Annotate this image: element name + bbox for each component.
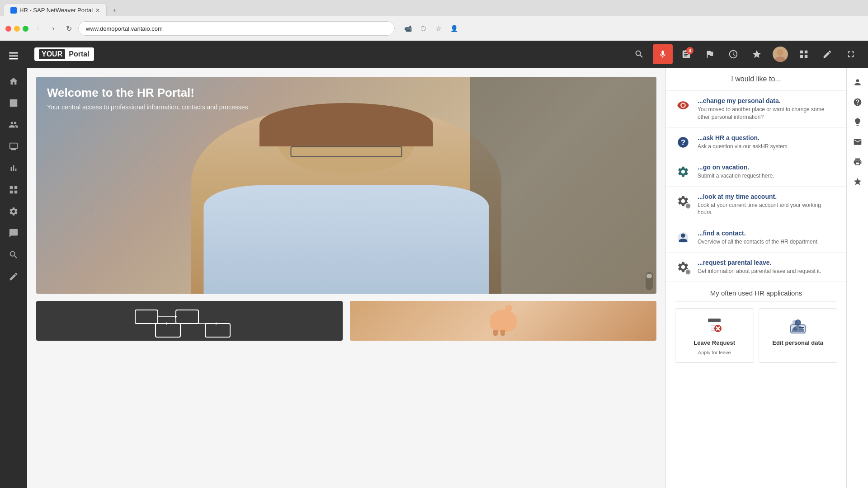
toolbar-right [846, 68, 868, 488]
svg-text:?: ? [681, 138, 685, 146]
svg-rect-5 [122, 301, 257, 341]
sidebar-item-search[interactable] [4, 245, 24, 265]
svg-rect-0 [9, 52, 18, 54]
bookmark-icon[interactable]: ☆ [433, 23, 444, 34]
action-parental-leave-title: ...request parental leave. [698, 259, 837, 266]
tab-favicon [10, 7, 17, 14]
action-parental-leave[interactable]: ...request parental leave. Get informati… [666, 253, 846, 282]
toolbar-lightbulb-icon[interactable] [849, 113, 867, 131]
question-circle-icon: ? [675, 134, 691, 150]
sidebar-item-home[interactable] [4, 71, 24, 91]
leave-request-app-desc: Apply for leave [698, 350, 731, 355]
sidebar-item-building[interactable] [4, 93, 24, 113]
sidebar-item-people[interactable] [4, 115, 24, 135]
content-body: Welcome to the HR Portal! Your central a… [27, 68, 868, 488]
hero-person-hair [259, 103, 433, 146]
action-parental-leave-text: ...request parental leave. Get informati… [698, 259, 837, 275]
action-ask-hr[interactable]: ? ...ask HR a question. Ask a question v… [666, 128, 846, 157]
browser-actions: 📹 ⬡ ☆ 👤 [402, 23, 460, 34]
maximize-window-button[interactable] [23, 26, 28, 32]
svg-point-3 [777, 49, 783, 56]
fullscreen-button[interactable] [841, 44, 861, 64]
new-tab-button[interactable]: + [107, 4, 123, 16]
tasks-badge: 4 [686, 47, 693, 54]
my-apps-section: My often used HR applications [666, 282, 846, 370]
action-parental-leave-desc: Get information about parental leave and… [698, 267, 837, 275]
app-card-edit-personal[interactable]: Edit personal data [759, 308, 838, 363]
flag-button[interactable] [700, 44, 720, 64]
person-icon [675, 230, 691, 246]
svg-point-4 [775, 56, 786, 62]
app-card-leave-request[interactable]: Leave Request Apply for leave [675, 308, 754, 363]
avatar [773, 47, 788, 62]
action-find-contact-text: ...find a contact. Overview of all the c… [698, 230, 837, 246]
user-avatar-button[interactable] [770, 44, 790, 64]
logo-your-text: YOUR [39, 49, 65, 59]
back-button[interactable]: ‹ [32, 23, 44, 34]
eye-icon [675, 97, 691, 113]
close-window-button[interactable] [5, 26, 11, 32]
sidebar-item-chat[interactable] [4, 223, 24, 243]
portal-wrapper: YOUR Portal 4 [0, 41, 868, 488]
action-time-account-desc: Look at your current time account and yo… [698, 202, 837, 217]
leave-request-icon [704, 316, 724, 336]
clock-button[interactable] [723, 44, 743, 64]
thumbnail-cards-row [36, 301, 656, 341]
tasks-button[interactable]: 4 [676, 44, 696, 64]
hero-subtitle: Your central access to professional info… [47, 103, 248, 111]
active-tab[interactable]: HR - SAP NetWeaver Portal ✕ [4, 4, 107, 16]
action-ask-hr-text: ...ask HR a question. Ask a question via… [698, 134, 837, 150]
sidebar-left [0, 41, 27, 488]
toolbar-printer-icon[interactable] [849, 153, 867, 171]
extensions-icon[interactable]: ⬡ [417, 23, 429, 34]
tab-close-button[interactable]: ✕ [95, 7, 100, 14]
screen-share-icon[interactable]: 📹 [402, 23, 414, 34]
vacation-gear-icon [675, 164, 691, 180]
sidebar-item-pencil[interactable] [4, 267, 24, 286]
minimize-window-button[interactable] [14, 26, 20, 32]
toolbar-question-icon[interactable] [849, 93, 867, 111]
sidebar-item-desktop[interactable] [4, 136, 24, 156]
sidebar-item-settings[interactable] [4, 202, 24, 221]
action-change-personal-data[interactable]: ...change my personal data. You moved to… [666, 91, 846, 128]
forward-button[interactable]: › [47, 23, 59, 34]
sidebar-item-grid[interactable] [4, 180, 24, 200]
action-time-account[interactable]: ...look at my time account. Look at your… [666, 187, 846, 224]
svg-rect-22 [708, 319, 721, 322]
toolbar-envelope-icon[interactable] [849, 133, 867, 151]
action-ask-hr-title: ...ask HR a question. [698, 134, 837, 141]
favorites-button[interactable] [747, 44, 767, 64]
hero-text-overlay: Welcome to the HR Portal! Your central a… [47, 86, 248, 111]
sidebar-item-chart[interactable] [4, 158, 24, 178]
toolbar-star-icon[interactable] [849, 173, 867, 191]
microphone-button[interactable] [653, 44, 673, 64]
reload-button[interactable]: ↻ [63, 23, 75, 34]
action-vacation-text: ...go on vacation. Submit a vacation req… [698, 164, 837, 180]
hamburger-menu-button[interactable] [4, 46, 24, 66]
thumbnail-card-2[interactable] [350, 301, 656, 341]
leave-request-app-name: Leave Request [693, 339, 735, 346]
address-bar[interactable]: www.demoportal.vantaio.com [78, 21, 395, 36]
thumbnail-card-1[interactable] [36, 301, 343, 341]
action-vacation[interactable]: ...go on vacation. Submit a vacation req… [666, 157, 846, 187]
browser-controls: ‹ › ↻ www.demoportal.vantaio.com 📹 ⬡ ☆ 👤 [0, 16, 868, 41]
hero-person-glasses [291, 146, 402, 157]
grid-menu-button[interactable] [794, 44, 814, 64]
browser-chrome: HR - SAP NetWeaver Portal ✕ + ‹ › ↻ www.… [0, 0, 868, 41]
edit-button[interactable] [817, 44, 837, 64]
action-change-personal-data-text: ...change my personal data. You moved to… [698, 97, 837, 121]
main-area: YOUR Portal 4 [27, 41, 868, 488]
tab-title: HR - SAP NetWeaver Portal [19, 7, 93, 14]
search-button[interactable] [629, 44, 649, 64]
hero-title: Welcome to the HR Portal! [47, 86, 248, 100]
right-panel: I would like to... ...change my personal… [665, 68, 846, 488]
svg-rect-2 [9, 58, 18, 60]
scroll-indicator [646, 272, 653, 290]
action-find-contact-desc: Overview of all the contacts of the HR d… [698, 238, 837, 246]
toolbar-person-icon[interactable] [849, 73, 867, 91]
url-text: www.demoportal.vantaio.com [86, 25, 163, 32]
action-time-account-title: ...look at my time account. [698, 193, 837, 200]
action-find-contact[interactable]: ...find a contact. Overview of all the c… [666, 223, 846, 253]
profile-icon[interactable]: 👤 [448, 23, 460, 34]
hero-bg-right [470, 77, 656, 294]
